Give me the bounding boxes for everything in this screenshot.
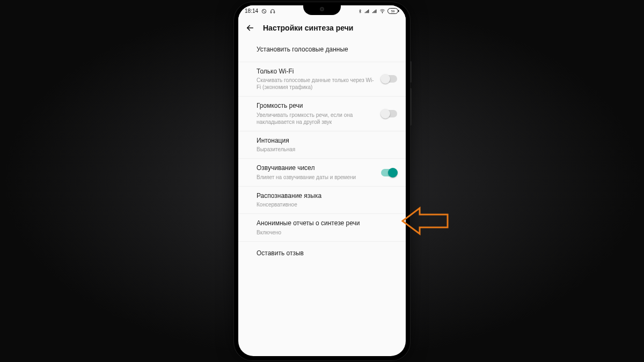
dnd-icon [261, 9, 267, 14]
back-button[interactable] [245, 23, 255, 33]
row-language-detection[interactable]: Распознавание языка Консервативное [238, 187, 406, 215]
phone-side-button [410, 88, 412, 125]
number-pronunciation-toggle[interactable] [381, 169, 397, 176]
row-intonation[interactable]: Интонация Выразительная [238, 131, 406, 159]
headphones-icon [270, 9, 275, 14]
signal-icon [372, 9, 377, 14]
battery-icon: 59 [387, 8, 399, 14]
row-title: Озвучивание чисел [257, 164, 377, 173]
row-subtitle: Консервативное [257, 201, 397, 208]
row-subtitle: Влияет на озвучивание даты и времени [257, 174, 377, 181]
row-title: Установить голосовые данные [257, 46, 397, 54]
row-install-voice-data[interactable]: Установить голосовые данные [238, 39, 406, 62]
row-number-pronunciation[interactable]: Озвучивание чисел Влияет на озвучивание … [238, 159, 406, 187]
row-leave-feedback[interactable]: Оставить отзыв [238, 242, 406, 265]
row-speech-volume[interactable]: Громкость речи Увеличивать громкость реч… [238, 97, 406, 131]
row-title: Анонимные отчеты о синтезе речи [257, 219, 397, 228]
row-wifi-only[interactable]: Только Wi-Fi Скачивать голосовые данные … [238, 62, 406, 97]
phone-frame: 18:14 [234, 2, 410, 360]
wifi-only-toggle[interactable] [381, 75, 397, 83]
svg-rect-1 [270, 11, 272, 12]
wifi-icon [379, 9, 385, 14]
row-title: Интонация [257, 137, 397, 145]
status-time: 18:14 [245, 8, 258, 14]
row-title: Оставить отзыв [257, 249, 397, 258]
phone-side-button [410, 61, 412, 83]
row-subtitle: Скачивать голосовые данные только через … [257, 77, 377, 91]
row-subtitle: Выразительная [257, 146, 397, 153]
screen: 18:14 [238, 5, 406, 356]
page-title: Настройки синтеза речи [263, 24, 353, 32]
svg-text:59: 59 [391, 10, 395, 13]
row-title: Распознавание языка [257, 192, 397, 201]
signal-icon [364, 9, 370, 14]
svg-rect-5 [398, 10, 399, 12]
row-anonymous-reports[interactable]: Анонимные отчеты о синтезе речи Включено [238, 214, 406, 242]
svg-rect-2 [274, 11, 275, 12]
row-title: Громкость речи [257, 102, 377, 110]
bluetooth-icon [358, 9, 362, 14]
display-notch [303, 5, 341, 15]
svg-point-3 [382, 12, 383, 13]
arrow-left-icon [245, 23, 255, 33]
speech-volume-toggle[interactable] [381, 110, 397, 117]
row-subtitle: Увеличивать громкость речи, если она нак… [257, 112, 377, 125]
app-bar: Настройки синтеза речи [238, 17, 406, 39]
settings-list: Установить голосовые данные Только Wi-Fi… [238, 39, 406, 266]
row-subtitle: Включено [257, 229, 397, 236]
row-title: Только Wi-Fi [257, 68, 377, 76]
